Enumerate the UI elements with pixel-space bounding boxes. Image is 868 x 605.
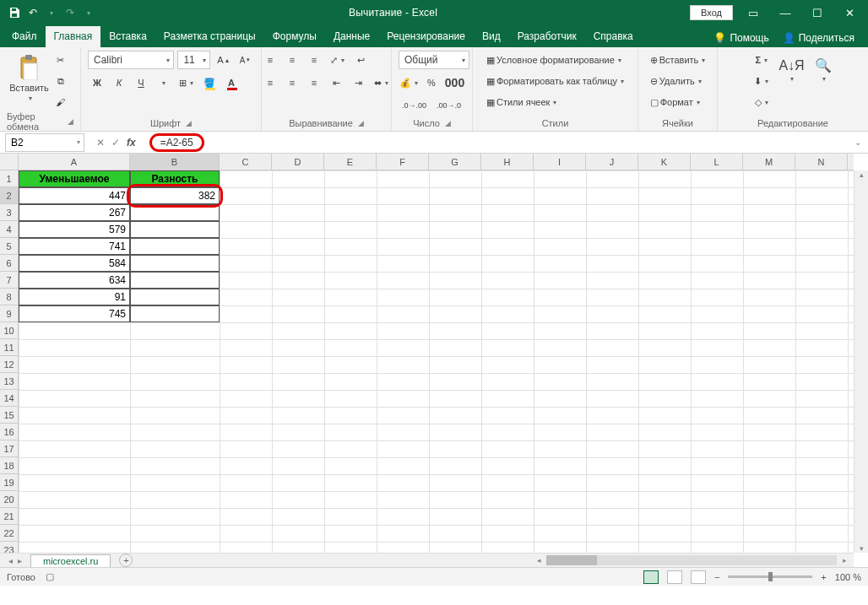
column-header-G[interactable]: G (429, 154, 481, 170)
row-header-21[interactable]: 21 (0, 508, 19, 525)
wrap-text-button[interactable]: ↩ (351, 51, 370, 69)
find-select-button[interactable]: 🔍 (811, 51, 835, 89)
percent-button[interactable]: % (422, 73, 441, 92)
row-header-9[interactable]: 9 (0, 305, 19, 322)
italic-button[interactable]: К (110, 73, 128, 92)
zoom-out-button[interactable]: − (714, 572, 719, 582)
increase-decimal-button[interactable]: .0→.00 (399, 96, 430, 115)
select-all-corner[interactable] (0, 154, 19, 170)
cell-A6[interactable]: 584 (19, 255, 130, 272)
column-header-A[interactable]: A (19, 154, 130, 170)
borders-button[interactable]: ⊞ (176, 73, 197, 92)
enter-formula-icon[interactable]: ✓ (111, 137, 120, 149)
formula-bar-expand[interactable]: ⌄ (854, 138, 868, 147)
cell-A5[interactable]: 741 (19, 238, 130, 255)
cell-B4[interactable] (130, 221, 220, 238)
tab-review[interactable]: Рецензирование (378, 26, 474, 47)
decrease-decimal-button[interactable]: .00→.0 (433, 96, 464, 115)
align-bottom-button[interactable]: ≡ (305, 51, 323, 69)
ribbon-display-icon[interactable]: ▭ (741, 7, 765, 19)
font-color-button[interactable]: А (222, 73, 241, 92)
formula-input[interactable]: =A2-65 (149, 133, 204, 152)
vertical-scrollbar[interactable]: ▴▾ (854, 170, 868, 553)
row-header-2[interactable]: 2 (0, 187, 19, 204)
row-header-14[interactable]: 14 (0, 390, 19, 407)
close-button[interactable]: ✕ (838, 7, 861, 19)
row-header-10[interactable]: 10 (0, 322, 19, 339)
delete-cells-button[interactable]: ⊖Удалить (647, 72, 705, 90)
tab-data[interactable]: Данные (325, 26, 378, 47)
cell-B3[interactable] (130, 204, 220, 221)
column-header-N[interactable]: N (795, 154, 848, 170)
row-header-17[interactable]: 17 (0, 440, 19, 457)
increase-indent-button[interactable]: ⇥ (349, 73, 367, 92)
underline-dropdown[interactable] (154, 73, 172, 92)
column-header-H[interactable]: H (481, 154, 534, 170)
row-header-20[interactable]: 20 (0, 491, 19, 508)
tab-home[interactable]: Главная (46, 26, 101, 47)
number-dialog-launcher[interactable]: ◢ (445, 119, 451, 127)
zoom-level[interactable]: 100 % (835, 572, 861, 582)
align-middle-button[interactable]: ≡ (283, 51, 301, 69)
autosum-button[interactable]: Σ (751, 51, 772, 69)
insert-function-button[interactable]: fx (127, 137, 136, 149)
undo-dropdown-icon[interactable]: ▾ (44, 5, 59, 20)
sign-in-button[interactable]: Вход (690, 5, 733, 20)
row-header-1[interactable]: 1 (0, 170, 19, 187)
cell-A4[interactable]: 579 (19, 221, 130, 238)
clear-button[interactable]: ◇ (751, 93, 772, 111)
maximize-button[interactable]: ☐ (806, 7, 829, 19)
column-header-D[interactable]: D (272, 154, 324, 170)
align-top-button[interactable]: ≡ (261, 51, 279, 69)
column-header-K[interactable]: K (638, 154, 691, 170)
column-header-L[interactable]: L (691, 154, 743, 170)
column-header-F[interactable]: F (377, 154, 429, 170)
orientation-button[interactable]: ⤢ (327, 51, 348, 69)
row-header-22[interactable]: 22 (0, 525, 19, 542)
row-header-11[interactable]: 11 (0, 339, 19, 356)
align-left-button[interactable]: ≡ (261, 73, 279, 92)
font-name-select[interactable]: Calibri (88, 51, 174, 69)
insert-cells-button[interactable]: ⊕Вставить (647, 51, 709, 69)
tab-view[interactable]: Вид (474, 26, 509, 47)
macro-record-icon[interactable]: ▢ (46, 571, 54, 582)
cell-A9[interactable]: 745 (19, 305, 130, 322)
cell-B7[interactable] (130, 272, 220, 289)
share-button[interactable]: 👤Поделиться (778, 29, 860, 47)
merge-button[interactable]: ⬌ (371, 73, 392, 92)
column-header-I[interactable]: I (534, 154, 586, 170)
cancel-formula-icon[interactable]: ✕ (96, 137, 105, 149)
fill-button[interactable]: ⬇ (751, 72, 772, 90)
row-header-19[interactable]: 19 (0, 474, 19, 491)
accounting-format-button[interactable]: 💰 (399, 73, 419, 92)
number-format-select[interactable]: Общий (399, 51, 469, 69)
row-header-15[interactable]: 15 (0, 407, 19, 424)
column-header-M[interactable]: M (743, 154, 795, 170)
copy-button[interactable]: ⧉ (52, 72, 70, 90)
tab-formulas[interactable]: Формулы (264, 26, 325, 47)
comma-button[interactable]: 000 (444, 73, 465, 92)
cell-A3[interactable]: 267 (19, 204, 130, 221)
tab-developer[interactable]: Разработчик (509, 26, 585, 47)
alignment-dialog-launcher[interactable]: ◢ (358, 119, 364, 127)
tab-insert[interactable]: Вставка (100, 26, 155, 47)
minimize-button[interactable]: — (773, 7, 797, 19)
decrease-font-button[interactable]: A▾ (236, 51, 254, 69)
cell-B8[interactable] (130, 289, 220, 305)
cell-B9[interactable] (130, 305, 220, 322)
align-right-button[interactable]: ≡ (305, 73, 323, 92)
sheet-nav-prev[interactable]: ◂ (8, 556, 13, 565)
tab-file[interactable]: Файл (3, 26, 46, 47)
cell-B5[interactable] (130, 238, 220, 255)
tab-page-layout[interactable]: Разметка страницы (155, 26, 264, 47)
row-header-8[interactable]: 8 (0, 289, 19, 305)
sheet-nav-next[interactable]: ▸ (18, 556, 22, 565)
row-header-18[interactable]: 18 (0, 457, 19, 474)
qat-customize-icon[interactable]: ▾ (81, 5, 96, 20)
format-cells-button[interactable]: ▢Формат (647, 93, 703, 111)
view-page-break-button[interactable] (691, 570, 706, 584)
row-header-5[interactable]: 5 (0, 238, 19, 255)
row-header-7[interactable]: 7 (0, 272, 19, 289)
row-header-12[interactable]: 12 (0, 356, 19, 373)
redo-icon[interactable]: ↷ (62, 5, 78, 20)
